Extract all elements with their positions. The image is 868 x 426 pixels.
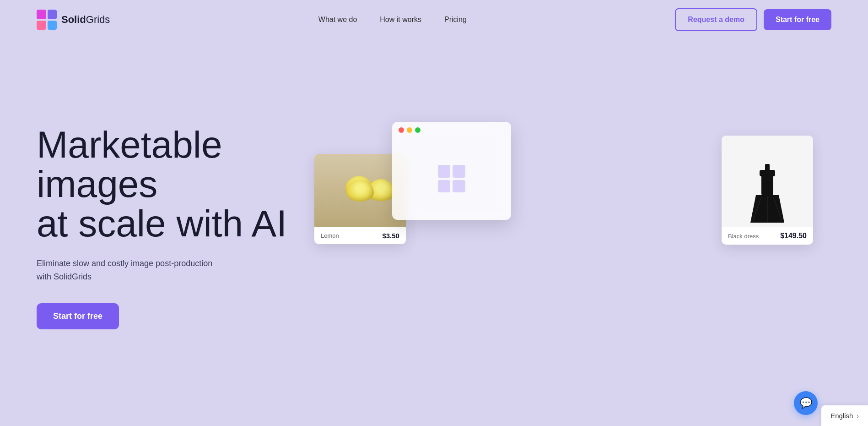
nav-buttons: Request a demo Start for free bbox=[675, 8, 831, 31]
nav-links: What we do How it works Pricing bbox=[318, 16, 467, 24]
hero-section: Marketable images at scale with AI Elimi… bbox=[0, 39, 868, 406]
logo-bold: Solid bbox=[61, 14, 86, 25]
start-free-button-nav[interactable]: Start for free bbox=[764, 9, 831, 30]
chat-bubble-button[interactable]: 💬 bbox=[794, 391, 818, 415]
start-free-button-hero[interactable]: Start for free bbox=[37, 303, 119, 329]
grid-cell-1 bbox=[438, 165, 451, 178]
nav-link-pricing[interactable]: Pricing bbox=[444, 16, 467, 24]
chat-icon: 💬 bbox=[800, 397, 812, 409]
app-window-card bbox=[392, 122, 511, 220]
grid-cell-3 bbox=[438, 180, 451, 193]
dress-label: Black dress bbox=[728, 233, 759, 240]
grid-cell-2 bbox=[453, 165, 465, 178]
lemon-shape-3 bbox=[346, 180, 374, 202]
logo-cell-3 bbox=[37, 21, 46, 30]
svg-rect-4 bbox=[765, 164, 770, 172]
hero-headline: Marketable images at scale with AI bbox=[37, 125, 287, 243]
hero-illustration: Lemon $3.50 bbox=[314, 113, 831, 342]
hero-text-block: Marketable images at scale with AI Elimi… bbox=[37, 125, 287, 330]
logo-cell-2 bbox=[48, 10, 57, 19]
logo-cell-4 bbox=[48, 21, 57, 30]
dress-image bbox=[722, 136, 813, 227]
dress-price: $149.50 bbox=[780, 232, 807, 240]
hero-subtext: Eliminate slow and costly image post-pro… bbox=[37, 257, 287, 284]
nav-link-how-it-works[interactable]: How it works bbox=[380, 16, 421, 24]
language-selector[interactable]: English › bbox=[821, 405, 868, 426]
dress-svg bbox=[747, 140, 788, 223]
logo[interactable]: SolidGrids bbox=[37, 10, 110, 30]
headline-line3: at scale with AI bbox=[37, 202, 287, 244]
language-label: English bbox=[830, 412, 853, 420]
logo-regular: Grids bbox=[86, 14, 110, 25]
dress-card-footer: Black dress $149.50 bbox=[722, 227, 813, 245]
grid-app-icon bbox=[438, 165, 465, 192]
window-titlebar bbox=[392, 122, 511, 137]
lemon-price: $3.50 bbox=[382, 232, 399, 240]
hero-subtext-line1: Eliminate slow and costly image post-pro… bbox=[37, 259, 212, 268]
window-dot-red bbox=[399, 127, 404, 133]
logo-grid-icon bbox=[37, 10, 57, 30]
dress-product-card: Black dress $149.50 bbox=[722, 136, 813, 245]
request-demo-button[interactable]: Request a demo bbox=[675, 8, 757, 31]
grid-cell-4 bbox=[453, 180, 465, 193]
hero-subtext-line2: with SolidGrids bbox=[37, 272, 92, 281]
navbar: SolidGrids What we do How it works Prici… bbox=[0, 0, 868, 39]
window-body bbox=[392, 137, 511, 220]
lemon-label: Lemon bbox=[321, 232, 339, 239]
lemon-card-footer: Lemon $3.50 bbox=[314, 227, 406, 244]
logo-text: SolidGrids bbox=[61, 14, 110, 26]
headline-line2: images bbox=[37, 163, 157, 205]
window-dot-green bbox=[415, 127, 421, 133]
window-dot-yellow bbox=[407, 127, 412, 133]
logo-cell-1 bbox=[37, 10, 46, 19]
nav-link-what-we-do[interactable]: What we do bbox=[318, 16, 357, 24]
chevron-right-icon: › bbox=[857, 412, 859, 420]
headline-line1: Marketable bbox=[37, 124, 222, 165]
